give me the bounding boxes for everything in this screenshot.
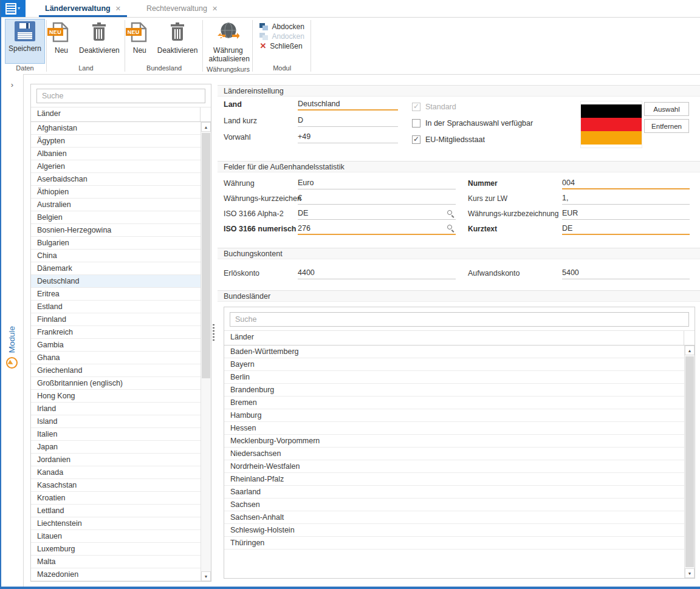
bundesland-list-item[interactable]: Niedersachsen (224, 448, 684, 460)
country-list-item[interactable]: Malta (31, 556, 201, 568)
country-list-item[interactable]: Albanien (31, 148, 201, 160)
country-list-item[interactable]: China (31, 250, 201, 262)
field-value[interactable]: DE (298, 208, 456, 220)
bundesland-list-item[interactable]: Sachsen (224, 499, 684, 511)
field-value[interactable]: +49 (298, 131, 398, 143)
field-value[interactable]: Deutschland (298, 98, 398, 111)
tab-laenderverwaltung[interactable]: Länderverwaltung ✕ (39, 0, 127, 17)
country-list-item[interactable]: Finnland (31, 313, 201, 326)
deaktivieren-land-button[interactable]: Deaktivieren (75, 19, 123, 64)
entfernen-button[interactable]: Entfernen (644, 119, 689, 133)
country-list-item[interactable]: Aserbaidschan (31, 173, 201, 186)
country-list-item[interactable]: Mazedonien (31, 568, 201, 581)
country-list-item[interactable]: Frankreich (31, 326, 201, 339)
country-list-item[interactable]: Kasachstan (31, 479, 201, 492)
scroll-down-button[interactable]: ▼ (685, 568, 695, 578)
checkbox-row[interactable]: Standard (412, 98, 533, 115)
country-list-item[interactable]: Griechenland (31, 364, 201, 377)
app-menu-button[interactable]: ▾ (0, 0, 26, 17)
country-scrollbar[interactable]: ▲ ▼ (201, 122, 211, 581)
scroll-up-button[interactable]: ▲ (201, 122, 211, 132)
speichern-button[interactable]: Speichern (5, 19, 45, 64)
neu-land-button[interactable]: NEU Neu (49, 19, 74, 64)
country-list-item[interactable]: Liechtenstein (31, 517, 201, 530)
country-list-item[interactable]: Äthiopien (31, 186, 201, 199)
field-value[interactable]: 004 (562, 177, 690, 189)
tab-rechteverwaltung[interactable]: Rechteverwaltung ✕ (140, 0, 224, 17)
scrollbar-thumb[interactable] (202, 133, 210, 378)
field-value[interactable]: DE (562, 223, 690, 235)
country-list-item[interactable]: Jordanien (31, 454, 201, 466)
checkbox[interactable] (412, 119, 420, 128)
close-icon[interactable]: ✕ (212, 5, 218, 13)
splitter-grip[interactable] (213, 324, 214, 342)
module-sidebar-tab[interactable]: Module (1, 326, 22, 369)
deaktivieren-bundesland-button[interactable]: Deaktivieren (154, 19, 202, 64)
neu-bundesland-button[interactable]: NEU Neu (127, 19, 153, 64)
auswahl-button[interactable]: Auswahl (644, 102, 689, 116)
country-list-item[interactable]: Hong Kong (31, 390, 201, 403)
scrollbar-thumb[interactable] (685, 356, 694, 567)
bundesland-scrollbar[interactable]: ▲ ▼ (684, 346, 695, 578)
checkbox[interactable] (412, 135, 420, 144)
checkbox[interactable] (412, 103, 420, 111)
scroll-down-button[interactable]: ▼ (201, 571, 211, 581)
country-list-item[interactable]: Deutschland (31, 275, 201, 288)
schliessen-button[interactable]: ✕ Schließen (259, 42, 304, 50)
country-list-item[interactable]: Italien (31, 428, 201, 441)
country-list-item[interactable]: Belgien (31, 211, 201, 224)
country-list-item[interactable]: Ägypten (31, 135, 201, 148)
lookup-icon[interactable] (447, 224, 455, 232)
country-list-item[interactable]: Island (31, 415, 201, 428)
field-value[interactable]: 276 (298, 223, 456, 235)
bundesland-list-item[interactable]: Baden-Württemberg (224, 346, 684, 358)
bundesland-list-item[interactable]: Saarland (224, 486, 684, 499)
bundesland-list-item[interactable]: Schleswig-Holstein (224, 524, 684, 537)
country-list-item[interactable]: Australien (31, 199, 201, 211)
country-list-item[interactable]: Großbritannien (englisch) (31, 377, 201, 390)
checkbox-row[interactable]: EU-Mitgliedsstaat (412, 131, 533, 148)
country-list-item[interactable]: Litauen (31, 530, 201, 543)
country-search-input[interactable] (36, 89, 205, 103)
country-list-item[interactable]: Gambia (31, 339, 201, 352)
checkbox-row[interactable]: In der Sprachauswahl verfügbar (412, 115, 533, 131)
column-header-laender[interactable]: Länder (224, 331, 684, 345)
country-list-item[interactable]: Algerien (31, 160, 201, 173)
chevron-right-icon[interactable]: › (8, 80, 16, 89)
field-value[interactable]: 4400 (298, 267, 456, 279)
country-list-item[interactable]: Kanada (31, 466, 201, 479)
country-list-item[interactable]: Kroatien (31, 492, 201, 505)
waehrung-aktualisieren-button[interactable]: Währung aktualisieren (205, 19, 251, 65)
bundesland-list-item[interactable]: Nordrhein-Westfalen (224, 460, 684, 473)
bundesland-list-item[interactable]: Bremen (224, 397, 684, 409)
column-header-laender[interactable]: Länder (31, 107, 200, 121)
country-list-item[interactable]: Bulgarien (31, 237, 201, 250)
lookup-icon[interactable] (447, 209, 455, 217)
country-list-item[interactable]: Afghanistan (31, 122, 201, 135)
bundesland-list-item[interactable]: Mecklenburg-Vorpommern (224, 435, 684, 448)
field-value[interactable]: EUR (562, 208, 690, 220)
bundesland-list-item[interactable]: Berlin (224, 371, 684, 384)
field-value[interactable]: 5400 (562, 267, 690, 279)
field-value[interactable]: D (298, 115, 398, 127)
bundesland-list-item[interactable]: Brandenburg (224, 384, 684, 397)
close-icon[interactable]: ✕ (115, 5, 121, 13)
country-list-item[interactable]: Dänemark (31, 262, 201, 275)
abdocken-button[interactable]: Abdocken (259, 22, 304, 31)
bundesland-list-item[interactable]: Thüringen (224, 537, 684, 550)
bundesland-search-input[interactable] (230, 312, 689, 327)
field-value[interactable]: Euro (298, 177, 456, 189)
bundesland-list-item[interactable]: Rheinland-Pfalz (224, 473, 684, 486)
country-list-item[interactable]: Estland (31, 301, 201, 313)
country-list-item[interactable]: Ghana (31, 352, 201, 364)
bundesland-list-item[interactable]: Sachsen-Anhalt (224, 511, 684, 524)
country-list-item[interactable]: Eritrea (31, 288, 201, 301)
country-list-item[interactable]: Japan (31, 441, 201, 454)
bundesland-list-item[interactable]: Bayern (224, 358, 684, 371)
country-list-item[interactable]: Bosnien-Herzegowina (31, 224, 201, 237)
country-list-item[interactable]: Luxemburg (31, 543, 201, 556)
bundesland-list-item[interactable]: Hessen (224, 422, 684, 435)
country-list-item[interactable]: Lettland (31, 505, 201, 517)
scroll-up-button[interactable]: ▲ (685, 346, 695, 355)
field-value[interactable]: € (298, 192, 456, 205)
